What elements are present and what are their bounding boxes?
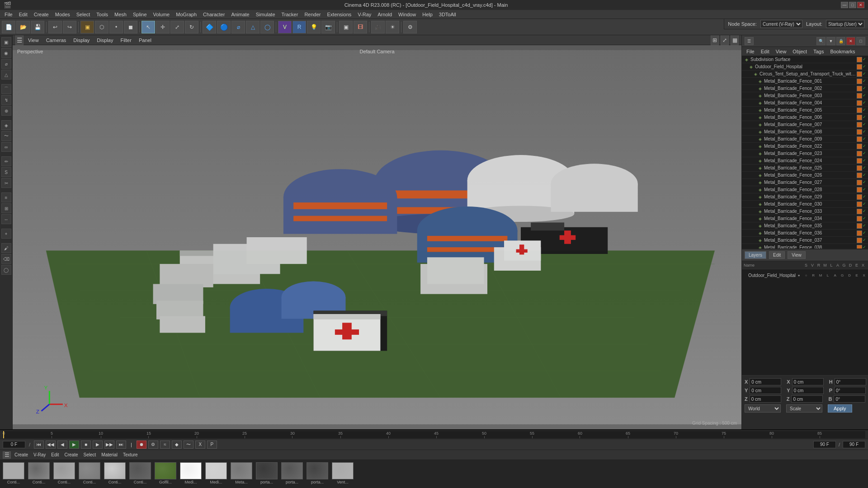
settings-btn[interactable]: ⚙	[403, 21, 417, 33]
obj-list-item[interactable]: ◈Metal_Barricade_Fence_003 ✓	[742, 92, 868, 99]
obj-tag-icon[interactable]	[857, 187, 862, 192]
material-slot[interactable]: Conti...	[78, 462, 101, 486]
obj-menu-edit[interactable]: Edit	[758, 48, 772, 55]
tool-move[interactable]: ✛	[156, 21, 170, 33]
tool-measure-icon[interactable]: ↔	[1, 214, 11, 224]
obj-list-item[interactable]: ◈Metal_Barricade_Fence_023 ✓	[742, 150, 868, 157]
obj-list-item[interactable]: ◈Metal_Barricade_Fence_038 ✓	[742, 244, 868, 249]
obj-tag-icon[interactable]	[857, 202, 862, 207]
next-key-btn[interactable]: ▶	[93, 441, 103, 449]
layer-item[interactable]: Outdoor_Field_Hospital ● ○ R M L A G D E…	[744, 271, 866, 279]
obj-list-item[interactable]: ◈Metal_Barricade_Fence_029 ✓	[742, 193, 868, 201]
obj-list-item[interactable]: ◈Metal_Barricade_Fence_024 ✓	[742, 157, 868, 164]
mat-menu-select[interactable]: Select	[82, 452, 98, 457]
mat-menu-create2[interactable]: Create	[62, 452, 80, 457]
nodespace-select[interactable]: Current (V-Ray) Arnold Standard	[760, 20, 802, 28]
stop-btn[interactable]: ■	[81, 441, 91, 449]
tool-polygon-icon[interactable]: ◈	[1, 120, 11, 130]
menu-item-mesh[interactable]: Mesh	[112, 11, 129, 18]
tool-rotate[interactable]: ↻	[185, 21, 198, 33]
menu-item-volume[interactable]: Volume	[151, 11, 173, 18]
obj-tag-icon[interactable]	[857, 64, 862, 70]
material-slot[interactable]: Conti...	[2, 462, 25, 486]
mode-point[interactable]: •	[109, 21, 123, 33]
vp-fit[interactable]: ⊞	[711, 35, 719, 47]
obj-tag-icon[interactable]	[857, 93, 862, 99]
vp-menu-view[interactable]: View	[25, 37, 42, 44]
vray-light[interactable]: 💡	[307, 21, 321, 33]
obj-tag-icon[interactable]	[857, 122, 862, 127]
vray-cam[interactable]: 📷	[321, 21, 335, 33]
tool-cube-icon[interactable]: ▣	[1, 37, 11, 47]
obj-list-item[interactable]: ◈Metal_Barricade_Fence_008 ✓	[742, 128, 868, 136]
camera-tool[interactable]: 🎥	[371, 21, 385, 33]
render-region[interactable]: ▣	[339, 21, 353, 33]
mat-menu-material[interactable]: Material	[99, 452, 119, 457]
obj-tag-icon[interactable]	[857, 71, 862, 77]
vp-maximize[interactable]: ⤢	[721, 35, 729, 47]
menu-item-simulate[interactable]: Simulate	[253, 11, 278, 18]
menu-item-help[interactable]: Help	[420, 11, 435, 18]
toolbar-undo[interactable]: ↩	[48, 21, 62, 33]
tool-sphere-icon[interactable]: ◉	[1, 48, 11, 58]
obj-tag-icon[interactable]	[857, 57, 862, 62]
obj-tag-icon[interactable]	[857, 79, 862, 84]
tool-erase-icon[interactable]: ⌫	[1, 254, 11, 264]
tool-knife-icon[interactable]: ✂	[1, 178, 11, 188]
obj-tag-icon[interactable]	[857, 108, 862, 113]
playback-settings-icon[interactable]: ⚙	[148, 441, 158, 449]
tool-snap-icon[interactable]: ⊞	[1, 203, 11, 213]
obj-tag-icon[interactable]	[857, 216, 862, 221]
menu-item-animate[interactable]: Animate	[228, 11, 252, 18]
play-btn[interactable]: ▶	[69, 441, 79, 449]
viewport-3d[interactable]: X Y Z Perspective Default Camera Grid Sp…	[13, 45, 741, 429]
tool-scale[interactable]: ⤢	[170, 21, 184, 33]
material-slot[interactable]: Meta...	[230, 462, 253, 486]
p-input[interactable]	[834, 387, 866, 394]
tool-boole-icon[interactable]: ⊕	[1, 106, 11, 116]
obj-list-item[interactable]: ◈Circus_Tent_Setup_and_Transport_Truck_w…	[742, 70, 868, 78]
layout-select[interactable]: Startup (User) Default	[826, 20, 864, 28]
obj-sphere[interactable]: 🔵	[217, 21, 231, 33]
h-input[interactable]	[835, 378, 866, 385]
vray-mat[interactable]: V	[278, 21, 292, 33]
vp-menu-cameras[interactable]: Cameras	[43, 37, 69, 44]
mat-menu-create[interactable]: Create	[13, 452, 30, 457]
obj-tag-icon[interactable]	[857, 165, 862, 171]
minimize-btn[interactable]: —	[841, 2, 848, 8]
anim-curves-icon[interactable]: 〜	[184, 441, 193, 449]
menu-item-extensions[interactable]: Extensions	[324, 11, 354, 18]
obj-list-item[interactable]: ◈Metal_Barricade_Fence_033 ✓	[742, 208, 868, 215]
menu-item-file[interactable]: File	[2, 11, 15, 18]
obj-tag-icon[interactable]	[857, 144, 862, 149]
motion-blur-icon[interactable]: ≈	[160, 441, 170, 449]
menu-item-tracker[interactable]: Tracker	[279, 11, 301, 18]
prev-frame-btn[interactable]: ◀◀	[46, 441, 56, 449]
menu-item-select[interactable]: Select	[74, 11, 93, 18]
menu-item-v-ray[interactable]: V-Ray	[355, 11, 374, 18]
menu-item-modes[interactable]: Modes	[52, 11, 73, 18]
material-slot[interactable]: Conti...	[27, 462, 51, 486]
tool-spline-icon[interactable]: 〜	[1, 131, 11, 141]
obj-tag-icon[interactable]	[857, 173, 862, 178]
tool-cylinder-icon[interactable]: ⌀	[1, 59, 11, 69]
pos-z-input[interactable]	[750, 395, 781, 403]
menu-item-3dtoall[interactable]: 3DToAll	[436, 11, 459, 18]
next-frame-btn[interactable]: ▶▶	[104, 441, 114, 449]
obj-list-item[interactable]: ◈Metal_Barricade_Fence_004 ✓	[742, 99, 868, 107]
scale-x-input[interactable]	[792, 378, 824, 385]
obj-tag-icon[interactable]	[857, 194, 862, 200]
menu-item-render[interactable]: Render	[302, 11, 323, 18]
menu-item-window[interactable]: Window	[396, 11, 419, 18]
menu-item-mograph[interactable]: MoGraph	[173, 11, 199, 18]
menu-item-character[interactable]: Character	[200, 11, 227, 18]
vp-layout[interactable]: ▦	[731, 35, 739, 47]
playback-icon2[interactable]: P	[207, 441, 217, 449]
go-to-start-btn[interactable]: ⏮	[34, 441, 44, 449]
toolbar-open[interactable]: 📂	[16, 21, 30, 33]
obj-search-icon[interactable]: 🔍	[816, 37, 826, 45]
tool-select[interactable]: ↖	[142, 21, 155, 33]
obj-menu-view[interactable]: View	[773, 48, 789, 55]
scale-y-input[interactable]	[792, 387, 824, 394]
material-slot[interactable]: porta...	[255, 462, 278, 486]
